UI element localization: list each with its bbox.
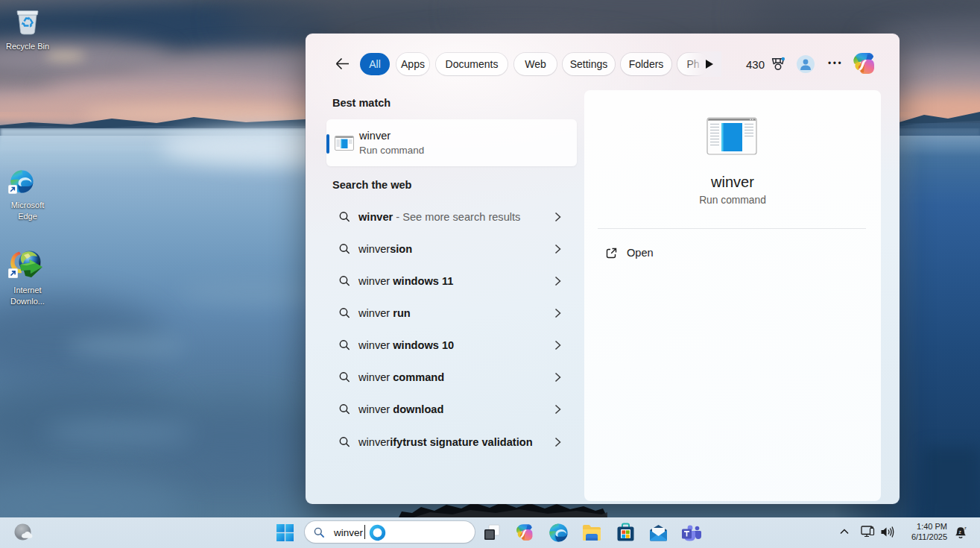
svg-text:z: z — [964, 526, 967, 530]
svg-text:z: z — [959, 529, 961, 535]
